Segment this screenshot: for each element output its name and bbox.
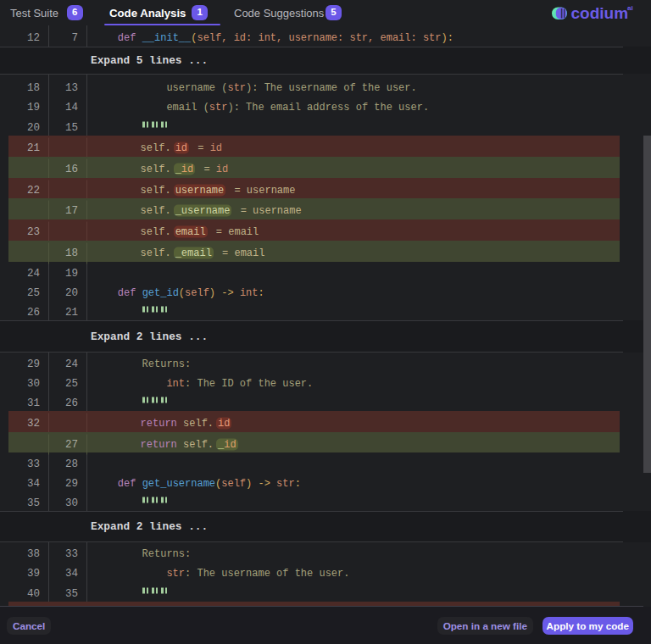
svg-text:codium: codium bbox=[571, 4, 629, 22]
svg-text:ai: ai bbox=[627, 4, 633, 12]
